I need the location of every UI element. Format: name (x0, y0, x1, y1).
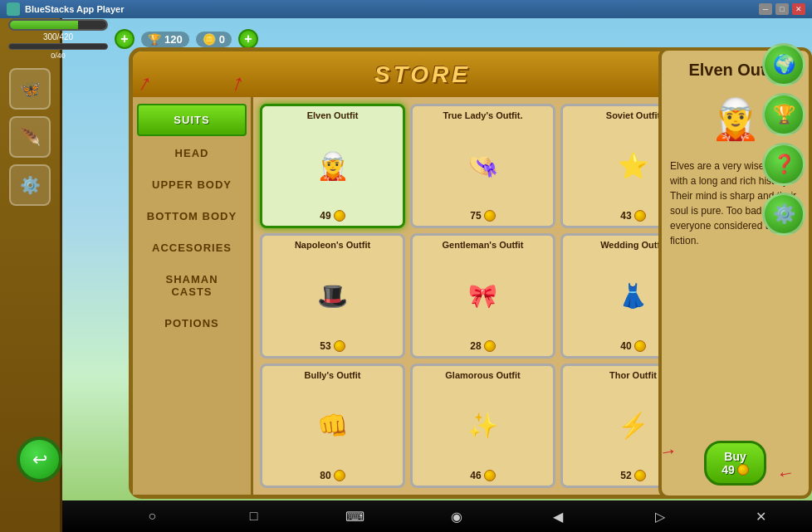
sidebar-gear-icon[interactable]: ⚙️ (9, 164, 51, 206)
item-card-glamorous-outfit[interactable]: Glamorous Outfit ✨ 46 (410, 364, 555, 488)
item-name: Thor Outfit (609, 370, 657, 381)
nav-recent-button[interactable]: □ (239, 503, 269, 530)
nav-home-button[interactable]: ○ (137, 503, 167, 530)
titlebar: BlueStacks App Player ─ □ ✕ (0, 0, 812, 18)
coin-currency: 🪙 0 (196, 32, 232, 47)
item-name: Soviet Outfit (606, 110, 660, 121)
xp-bar (8, 43, 108, 50)
item-image: 👗 (609, 273, 658, 319)
price-value: 75 (470, 210, 481, 222)
item-image: 👒 (458, 143, 508, 188)
item-name: Napoleon's Outfit (295, 240, 370, 251)
buy-label: Buy 49 (722, 450, 749, 476)
health-text: 300/420 (8, 32, 108, 41)
sidebar-item-potions[interactable]: POTIONS (137, 309, 247, 338)
item-price: 52 (620, 470, 645, 481)
plus-button-health[interactable]: + (115, 29, 135, 49)
titlebar-left: BlueStacks App Player (7, 2, 124, 16)
buy-button[interactable]: Buy 49 (704, 441, 766, 486)
price-value: 53 (320, 340, 330, 352)
nav-close-button[interactable]: ✕ (746, 503, 776, 530)
buy-price-text: 49 (722, 463, 735, 476)
item-card-true-ladys-outfit[interactable]: True Lady's Outfit. 👒 75 (410, 104, 555, 228)
back-button[interactable]: ↩ (17, 437, 62, 482)
info-item-image: 🧝 (702, 88, 769, 150)
question-button[interactable]: ❓ (762, 143, 805, 186)
item-price: 49 (320, 210, 345, 222)
titlebar-controls: ─ □ ✕ (759, 3, 805, 15)
coin-icon: 🪙 (203, 33, 216, 46)
trophy-button[interactable]: 🏆 (762, 93, 805, 136)
trophy-icon: 🏆 (148, 33, 161, 46)
buy-price-coin (737, 464, 749, 476)
sidebar-item-shaman-casts[interactable]: SHAMAN CASTS (137, 265, 247, 306)
sidebar-item-accesories[interactable]: ACCESORIES (137, 233, 247, 262)
price-coin-icon (334, 470, 345, 481)
price-value: 43 (620, 210, 631, 222)
store-title: STORE (374, 61, 471, 88)
nav-location-button[interactable]: ◉ (442, 503, 472, 530)
price-coin-icon (484, 340, 496, 352)
price-value: 49 (320, 210, 330, 222)
sidebar-item-suits[interactable]: SUITS (137, 104, 247, 136)
minimize-button[interactable]: ─ (759, 3, 772, 15)
sidebar-item-upper-body[interactable]: UPPER BODY (137, 170, 247, 199)
app-icon (7, 2, 20, 16)
price-coin-icon (334, 210, 345, 222)
item-image: ✨ (458, 403, 508, 448)
item-price: 28 (470, 340, 495, 352)
items-grid: Elven Outfit 🧝 49 True Lady's Outfit. 👒 (253, 97, 712, 495)
trophy-currency: 🏆 120 (141, 32, 189, 47)
item-price: 53 (320, 340, 345, 352)
sidebar-item-bottom-body[interactable]: BOTTOM BODY (137, 202, 247, 231)
item-card-elven-outfit[interactable]: Elven Outfit 🧝 49 (260, 104, 405, 228)
maximize-button[interactable]: □ (775, 3, 789, 15)
item-image: 🎀 (458, 273, 508, 319)
item-price: 75 (470, 210, 495, 222)
right-panel: 🌍 🏆 ❓ ⚙️ (762, 43, 805, 236)
window-close-button[interactable]: ✕ (792, 3, 805, 15)
bottom-nav-bar: ◁ ○ □ ⌨ ◉ ◀ ▷ ✕ (0, 500, 812, 532)
nav-keyboard-button[interactable]: ⌨ (340, 503, 370, 530)
price-value: 40 (620, 340, 631, 352)
xp-text: 0/40 (8, 51, 108, 60)
item-price: 43 (620, 210, 645, 222)
item-name: True Lady's Outfit. (443, 110, 522, 121)
health-fill (10, 21, 78, 29)
item-name: Elven Outfit (307, 110, 359, 121)
item-image: ⭐ (609, 143, 658, 188)
price-value: 80 (320, 470, 330, 481)
store-panel: STORE ✕ SUITS HEAD UPPER BODY BOTTOM BOD… (129, 47, 717, 499)
price-value: 46 (470, 470, 481, 481)
price-coin-icon (484, 470, 496, 481)
item-card-napoleons-outfit[interactable]: Napoleon's Outfit 🎩 53 (260, 233, 405, 358)
price-coin-icon (634, 470, 646, 481)
sidebar-butterfly-icon[interactable]: 🦋 (9, 68, 51, 110)
item-price: 46 (470, 470, 495, 481)
trophy-value: 120 (164, 33, 183, 46)
price-value: 52 (620, 470, 631, 481)
plus-button-coins[interactable]: + (238, 29, 258, 49)
store-content: SUITS HEAD UPPER BODY BOTTOM BODY ACCESO… (133, 97, 712, 495)
item-image: 🎩 (308, 273, 358, 319)
item-card-gentlemans-outfit[interactable]: Gentleman's Outfit 🎀 28 (410, 233, 555, 358)
price-coin-icon (634, 210, 646, 222)
globe-button[interactable]: 🌍 (762, 43, 805, 86)
nav-forward-button[interactable]: ▷ (645, 503, 675, 530)
item-card-bullys-outfit[interactable]: Bully's Outfit 👊 80 (260, 364, 405, 488)
nav-rewind-button[interactable]: ◀ (543, 503, 573, 530)
settings-button[interactable]: ⚙️ (762, 193, 805, 236)
buy-arrow-right: → (770, 440, 796, 487)
item-price: 80 (320, 470, 345, 481)
sidebar-item-head[interactable]: HEAD (137, 139, 247, 168)
item-image: 👊 (308, 403, 358, 448)
health-bar-container: 300/420 0/40 (8, 19, 108, 60)
sidebar-feather-icon[interactable]: 🪶 (9, 116, 51, 158)
item-name: Bully's Outfit (304, 370, 360, 381)
item-image: ⚡ (609, 403, 658, 448)
price-coin-icon (634, 340, 646, 352)
coin-value: 0 (219, 33, 225, 46)
price-coin-icon (484, 210, 496, 222)
item-name: Glamorous Outfit (445, 370, 520, 381)
price-coin-icon (334, 340, 345, 352)
